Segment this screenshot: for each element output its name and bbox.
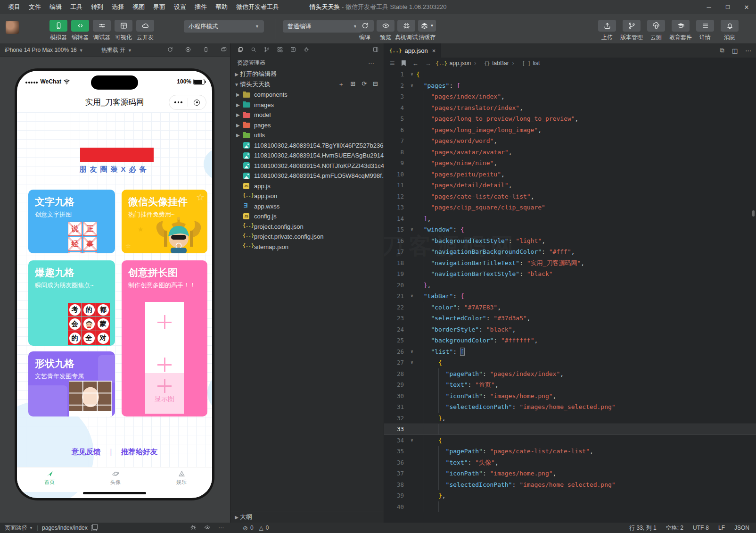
code-line[interactable]: 14], — [384, 213, 756, 225]
tree-file-1108100302.480839154.HvmSUEEASgBu2914f…[interactable]: 1108100302.480839154.HvmSUEEASgBu2914f… — [230, 150, 384, 161]
close-capsule-icon[interactable] — [188, 100, 206, 106]
card-text-nine-grid[interactable]: 文字九格 创意文字拼图 说正经事专用 — [28, 190, 115, 253]
tree-file-app.js[interactable]: JSapp.js — [230, 181, 384, 192]
new-folder-icon[interactable]: ⊞ — [350, 80, 355, 89]
phone-tab-首页[interactable]: 首页 — [28, 470, 71, 486]
error-count[interactable]: ⊘0 — [243, 525, 254, 532]
code-line[interactable]: 21∨"tabBar": { — [384, 291, 756, 302]
code-line[interactable]: 19"navigationBarTextStyle": "black" — [384, 268, 756, 280]
code-line[interactable]: 20}, — [384, 280, 756, 291]
code-line[interactable]: 26∨"list": [ — [384, 346, 756, 358]
tab-app-json[interactable]: {..} app.json × — [384, 43, 441, 58]
status-item[interactable]: UTF-8 — [693, 525, 709, 531]
simulator-button[interactable]: 模拟器 — [49, 20, 68, 42]
project-section[interactable]: ▼ 情头天天换 ＋ ⊞ ⟳ ⊟ — [233, 79, 384, 90]
fold-icon[interactable]: ∨ — [408, 346, 416, 358]
device-selector[interactable]: iPhone 14 Pro Max 100% 16▼ — [0, 47, 83, 53]
scard-activity-icon[interactable] — [290, 46, 296, 54]
status-item[interactable]: JSON — [734, 525, 749, 531]
edu-suite-button[interactable]: 教育套件 — [671, 20, 690, 42]
collapse-all-icon[interactable]: ⊟ — [373, 80, 378, 89]
card-fun-nine-grid[interactable]: 爆趣九格 瞬间成为朋友圈焦点~ 考的都会蒙的全对 — [28, 260, 115, 346]
menu-item[interactable]: 工具 — [66, 3, 87, 11]
page-path-selector[interactable]: 页面路径 — [5, 524, 27, 532]
code-line[interactable]: 39}, — [384, 490, 756, 501]
tree-file-1108100302.480839154.pmFLO5W84cqM998f…[interactable]: 1108100302.480839154.pmFLO5W84cqM998f… — [230, 171, 384, 181]
code-line[interactable]: 5"pages/long_to_preview/long_to_preview"… — [384, 113, 756, 125]
menu-item[interactable]: 转到 — [87, 3, 107, 11]
tree-folder-model[interactable]: ▶model — [230, 110, 384, 120]
code-line[interactable]: 10"pages/peitu/peitu", — [384, 169, 756, 180]
more-menu-icon[interactable] — [169, 101, 188, 103]
branch-activity-icon[interactable] — [263, 46, 270, 54]
windows-button[interactable] — [221, 46, 227, 54]
details-button[interactable]: 详情 — [696, 20, 715, 42]
fold-icon[interactable]: ∨ — [408, 224, 416, 235]
code-line[interactable]: 31"selectedIconPath": "images/home_selec… — [384, 401, 756, 413]
tree-file-1108100302.480839154.N0fTJfoKPZZI43d31c4…[interactable]: 1108100302.480839154.N0fTJfoKPZZI43d31c4… — [230, 161, 384, 171]
compile-mode-dropdown[interactable]: 普通编译▼ — [283, 20, 362, 33]
fold-icon[interactable]: ∨ — [408, 291, 416, 302]
code-line[interactable]: 34∨{ — [384, 435, 756, 446]
code-line[interactable]: 33 — [384, 424, 756, 435]
tree-file-project.private.config.json[interactable]: {..}project.private.config.json — [230, 232, 384, 242]
code-line[interactable]: 18"navigationBarTitleText": "实用_刀客源码网", — [384, 258, 756, 269]
open-editors-section[interactable]: ▶ 打开的编辑器 — [233, 69, 384, 79]
menu-item[interactable]: 插件 — [190, 3, 211, 11]
phone-simulator-screen[interactable]: WeChat 100% 实用_刀客源码网 朋友圈装X必备 文字九格 创意文字拼图 — [17, 71, 212, 498]
card-avatar-widget[interactable]: 微信头像挂件 热门挂件免费用~ ☆ ★ ☆ — [122, 190, 207, 253]
tree-file-config.js[interactable]: JSconfig.js — [230, 211, 384, 222]
split-editor-icon[interactable]: ◫ — [732, 47, 738, 54]
card-long-image[interactable]: 创意拼长图 制作创意多图的高手！！ 显示图 — [122, 260, 207, 416]
code-line[interactable]: 15∨"window": { — [384, 224, 756, 235]
code-line[interactable]: 13"pages/clip_square/clip_square" — [384, 202, 756, 213]
debugger-button[interactable]: 调试器 — [92, 20, 111, 42]
code-line[interactable]: 1∨{ — [384, 69, 756, 80]
tree-file-sitemap.json[interactable]: {..}sitemap.json — [230, 242, 384, 252]
card-shape-nine-grid[interactable]: 形状九格 文艺青年发图专属 — [28, 351, 115, 416]
debug-icon[interactable] — [190, 524, 197, 532]
copy-path-icon[interactable] — [91, 525, 97, 531]
new-file-icon[interactable]: ＋ — [338, 80, 344, 89]
user-avatar[interactable] — [6, 21, 19, 34]
code-line[interactable]: 30"iconPath": "images/home.png", — [384, 391, 756, 402]
close-button[interactable]: ✕ — [737, 4, 756, 11]
fold-icon[interactable]: ∨ — [408, 69, 416, 80]
code-line[interactable]: 3"pages/index/index", — [384, 91, 756, 102]
version-manage-button[interactable]: 版本管理 — [622, 20, 641, 42]
status-item[interactable]: LF — [718, 525, 725, 531]
messages-button[interactable]: 消息 — [720, 20, 739, 42]
menu-item[interactable]: 视图 — [128, 3, 149, 11]
editor-button[interactable]: 编辑器 — [71, 20, 90, 42]
code-line[interactable]: 37"iconPath": "images/home.png", — [384, 468, 756, 479]
phone-tab-娱乐[interactable]: 娱乐 — [160, 470, 203, 486]
code-editor[interactable]: 刀客源码网 1∨{2∨"pages": [3"pages/index/index… — [384, 69, 756, 523]
breadcrumb-segment[interactable]: [ ]list — [522, 60, 540, 67]
code-line[interactable]: 17"navigationBarBackgroundColor": "#fff"… — [384, 246, 756, 258]
more-actions-icon[interactable]: ⋯ — [368, 59, 374, 67]
code-line[interactable]: 9"pages/nine/nine", — [384, 158, 756, 169]
fold-icon[interactable]: ∨ — [408, 435, 416, 446]
more-actions-icon[interactable]: ⋯ — [745, 47, 751, 54]
menu-item[interactable]: 微信开发者工具 — [232, 3, 283, 11]
record-button[interactable] — [185, 46, 191, 54]
menu-item[interactable]: 文件 — [25, 3, 45, 11]
tree-file-1108100302.480839154.7BgYlliX46PZ527b236…[interactable]: 1108100302.480839154.7BgYlliX46PZ527b236… — [230, 141, 384, 151]
maximize-button[interactable]: ☐ — [718, 4, 737, 10]
code-line[interactable]: 8"pages/avatar/avatar", — [384, 147, 756, 158]
code-line[interactable]: 25"backgroundColor": "#ffffff", — [384, 335, 756, 346]
capsule-menu[interactable] — [169, 95, 206, 110]
code-line[interactable]: 2∨"pages": [ — [384, 80, 756, 92]
tree-file-project.config.json[interactable]: {..}project.config.json — [230, 222, 384, 232]
tree-folder-pages[interactable]: ▶pages — [230, 120, 384, 131]
code-line[interactable]: 38"selectedIconPath": "images/home_selec… — [384, 479, 756, 491]
code-line[interactable]: 24"borderStyle": "black", — [384, 324, 756, 335]
code-line[interactable]: 36"text": "头像", — [384, 457, 756, 468]
menu-item[interactable]: 设置 — [170, 3, 190, 11]
more-actions-icon[interactable]: ⋯ — [218, 525, 224, 531]
fold-icon[interactable]: ∨ — [408, 357, 416, 368]
warning-count[interactable]: △0 — [259, 525, 269, 531]
menu-item[interactable]: 编辑 — [45, 3, 66, 11]
preview-eye-icon[interactable] — [204, 524, 211, 532]
teapot-activity-icon[interactable] — [303, 46, 310, 54]
